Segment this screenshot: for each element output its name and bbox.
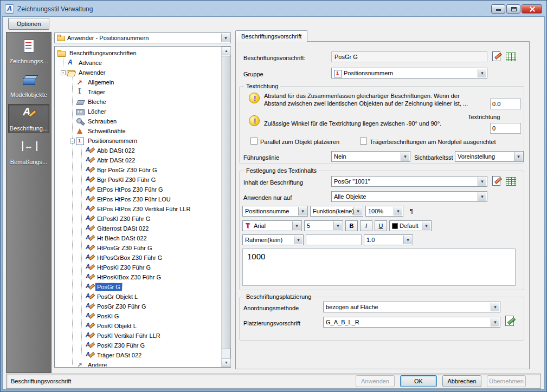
table-green-icon[interactable] [505,50,517,62]
chevron-down-icon[interactable] [478,177,486,186]
minimize-button[interactable] [491,4,505,14]
titlebar[interactable]: A Zeichnungsstil Verwaltung [3,2,544,16]
color-combobox[interactable]: Default [389,220,432,231]
parallel-checkbox[interactable] [250,138,258,145]
tree-item[interactable]: HtPosKlBox Z30 Führ G [55,272,221,282]
sidebar-item-zeichnungsstile[interactable]: Zeichnungss... [8,37,49,66]
tree-item[interactable]: Allgemein [55,77,221,87]
tree-item[interactable]: Ht Blech DASt 022 [55,233,221,243]
back-icon[interactable] [237,18,249,30]
tree-item[interactable]: Advance [55,58,221,68]
chevron-down-icon[interactable] [294,236,303,244]
bold-button[interactable]: B [345,220,358,231]
sidebar-item-beschriftung[interactable]: Beschriftung... [8,104,49,133]
tree-item[interactable]: Träger [55,87,221,97]
style-name-field[interactable]: PosGr G [331,51,487,62]
tree-item[interactable]: Anwender [55,68,221,77]
close-button[interactable] [522,4,542,14]
up-icon[interactable] [268,18,280,30]
tree-item[interactable]: PosKl Objekt L [55,321,221,331]
token-combobox[interactable]: Positionsnumme [242,206,308,217]
delete-icon[interactable] [119,18,131,30]
tree-item[interactable]: EtPosKl Z30 Führ G [55,214,221,224]
sichtbarkeit-combobox[interactable]: Voreinstellung [455,151,524,162]
tree-item[interactable]: EtPos HtPos Z30 Führ LOU [55,194,221,204]
tree-item[interactable]: Abtr DASt 022 [55,155,221,165]
textrichtung-input[interactable] [490,123,521,134]
tree-item[interactable]: HtPosGr Z30 Führ G [55,243,221,253]
zoom-combobox[interactable]: 100% [365,206,403,217]
chevron-down-icon[interactable] [491,318,499,326]
tree-item[interactable]: HtPosGrBox Z30 Führ G [55,253,221,263]
anwenden-button[interactable]: Anwenden [356,375,395,387]
chevron-down-icon[interactable] [394,207,402,215]
preview-icon[interactable] [158,18,170,30]
tree-scrollbar[interactable] [221,47,230,367]
sidebar-item-modellobjekte[interactable]: Modellobjekte [8,70,49,100]
copy-icon[interactable] [93,18,105,30]
tree-item[interactable]: EtPos HtPos Z30 Führ G [55,185,221,194]
check-document-icon[interactable] [54,18,66,30]
help-icon[interactable] [171,18,183,30]
tab-beschriftungsvorschrift[interactable]: Beschriftungsvorschrift [235,30,307,42]
expander-icon[interactable] [70,139,75,143]
anwenden-combobox[interactable]: Alle Objekte [331,191,487,202]
chevron-down-icon[interactable] [221,34,230,42]
chevron-down-icon[interactable] [292,221,301,230]
chevron-down-icon[interactable] [403,236,412,244]
tree-item[interactable]: Bgr PosGr Z30 Führ G [55,165,221,175]
sheet-pencil-icon[interactable] [491,175,503,187]
line-weight-combobox[interactable]: 1.0 [364,234,413,245]
tree-item[interactable]: Bgr PosKl Z30 Führ G [55,175,221,185]
table-green-icon[interactable] [505,175,517,187]
anordnung-combobox[interactable]: bezogen auf Fläche [323,302,500,312]
scroll-down-icon[interactable] [222,358,231,367]
tree-item[interactable]: Beschriftungsvorschriften [55,48,221,58]
ok-button[interactable]: OK [400,375,437,387]
font-size-combobox[interactable]: 5 [304,220,343,231]
paste-icon[interactable] [106,18,118,30]
options-button[interactable]: Optionen [8,18,49,30]
inhalt-combobox[interactable]: PosGr "1001" [331,176,487,187]
chevron-down-icon[interactable] [353,207,362,215]
chevron-down-icon[interactable] [514,152,523,161]
tree-item[interactable]: Andere [55,360,221,367]
style-category-combobox[interactable]: Anwender - Positionsnummern [54,32,231,43]
tree-item[interactable]: HtPosKl Z30 Führ G [55,263,221,272]
rahmen-input[interactable] [306,234,362,245]
chevron-down-icon[interactable] [298,207,307,215]
fuehrungslinie-combobox[interactable]: Nein [331,151,410,162]
scroll-up-icon[interactable] [222,47,231,55]
tree-item[interactable]: Löcher [55,107,221,116]
tree-item[interactable]: EtPos HtPos Z30 Vertikal Führ LLR [55,204,221,214]
nordpfeil-checkbox[interactable] [360,138,367,145]
tree-item[interactable]: Träger DASt 022 [55,350,221,360]
tree-item[interactable]: PosKl Z30 Führ G [55,341,221,350]
tree-item[interactable]: Gitterrost DASt 022 [55,224,221,233]
gruppe-combobox[interactable]: Positionsnummern [331,68,487,79]
sidebar-item-bemassung[interactable]: Bemaßungs... [8,138,49,167]
tree-item[interactable]: Schrauben [55,116,221,126]
expander-icon[interactable] [61,70,66,75]
abbrechen-button[interactable]: Abbrechen [442,375,481,387]
tree-item[interactable]: Schweißnähte [55,126,221,136]
italic-button[interactable]: I [360,220,372,231]
scrollbar-thumb[interactable] [222,56,231,349]
chevron-down-icon[interactable] [333,221,342,230]
edit-document-icon[interactable] [67,18,79,30]
chevron-down-icon[interactable] [478,69,486,77]
new-document-icon[interactable] [80,18,92,30]
pilcrow-button[interactable]: ¶ [406,206,417,217]
forward-icon[interactable] [253,18,265,30]
platzierungsvorschrift-combobox[interactable]: G_A_B_L_R [323,317,500,328]
tree-item[interactable]: PosKl G [55,311,221,321]
tree-item[interactable]: PosGr G [55,282,221,292]
chevron-down-icon[interactable] [491,303,499,311]
chevron-down-icon[interactable] [422,221,430,230]
maximize-button[interactable] [506,4,520,14]
distance-input[interactable] [490,99,521,109]
tree-item[interactable]: Positionsnummern [55,136,221,146]
chevron-down-icon[interactable] [478,192,486,201]
tree-item[interactable]: Bleche [55,97,221,107]
sheet-pencil-icon[interactable] [491,50,503,62]
